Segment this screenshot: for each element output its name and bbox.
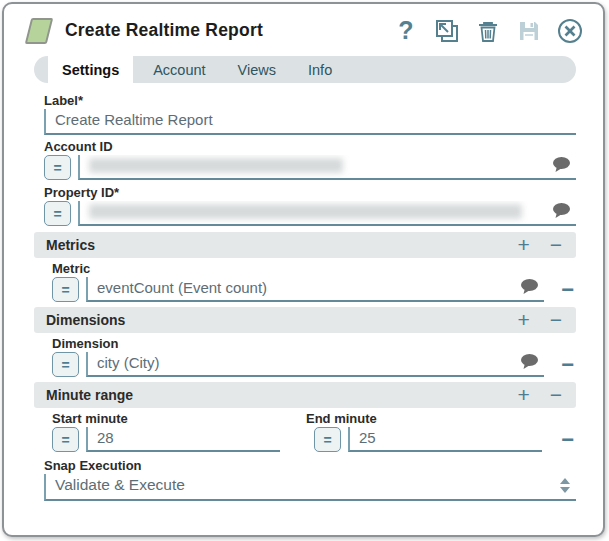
settings-form: Label* Create Realtime Report Account ID… xyxy=(4,83,603,501)
property-id-input[interactable] xyxy=(78,201,576,226)
section-title: Metrics xyxy=(46,237,95,253)
dialog-title: Create Realtime Report xyxy=(65,20,263,41)
tab-account[interactable]: Account xyxy=(141,56,217,83)
snap-type-icon xyxy=(25,18,53,44)
tab-settings[interactable]: Settings xyxy=(48,56,133,83)
select-spinner-icon xyxy=(560,478,570,493)
account-id-input[interactable] xyxy=(78,155,576,180)
snap-execution-select[interactable]: Validate & Execute xyxy=(44,474,576,501)
tab-info[interactable]: Info xyxy=(296,56,344,83)
start-minute-input[interactable]: 28 xyxy=(86,427,280,452)
help-icon[interactable]: ? xyxy=(393,18,419,44)
account-id-label: Account ID xyxy=(44,139,576,155)
expression-toggle[interactable]: = xyxy=(52,277,79,302)
minute-range-section-header: Minute range + − xyxy=(34,382,576,408)
add-row-icon[interactable]: + xyxy=(515,384,531,406)
add-row-icon[interactable]: + xyxy=(515,234,531,256)
dimension-label: Dimension xyxy=(52,336,576,352)
section-title: Dimensions xyxy=(46,312,125,328)
label-input[interactable]: Create Realtime Report xyxy=(44,109,576,135)
expression-toggle[interactable]: = xyxy=(44,201,71,226)
save-icon[interactable] xyxy=(516,18,542,44)
expression-toggle[interactable]: = xyxy=(44,155,71,180)
section-title: Minute range xyxy=(46,387,133,403)
remove-dimension-icon[interactable]: − xyxy=(561,355,574,375)
tab-views[interactable]: Views xyxy=(226,56,288,83)
open-canvas-icon[interactable] xyxy=(434,18,460,44)
comment-icon[interactable] xyxy=(520,353,539,370)
expression-toggle[interactable]: = xyxy=(52,352,79,377)
minute-range-row: Start minute = 28 End minute = 25 − xyxy=(34,411,576,452)
remove-row-icon[interactable]: − xyxy=(548,234,564,256)
property-id-label: Property ID* xyxy=(44,185,576,201)
dimension-input[interactable]: city (City) xyxy=(86,352,544,377)
expression-toggle[interactable]: = xyxy=(314,427,341,452)
comment-icon[interactable] xyxy=(520,278,539,295)
redacted-value xyxy=(89,204,522,219)
metric-label: Metric xyxy=(52,261,576,277)
snap-execution-value: Validate & Execute xyxy=(55,476,185,494)
remove-row-icon[interactable]: − xyxy=(548,384,564,406)
snap-settings-dialog: Create Realtime Report ? xyxy=(2,2,605,537)
expression-toggle[interactable]: = xyxy=(52,427,79,452)
add-row-icon[interactable]: + xyxy=(515,309,531,331)
header-actions: ? xyxy=(393,18,583,44)
start-minute-label: Start minute xyxy=(52,411,280,427)
label-field-label: Label* xyxy=(44,93,576,109)
remove-minute-range-icon[interactable]: − xyxy=(561,430,574,450)
remove-row-icon[interactable]: − xyxy=(548,309,564,331)
metrics-section-header: Metrics + − xyxy=(34,232,576,258)
remove-metric-icon[interactable]: − xyxy=(561,280,574,300)
end-minute-label: End minute xyxy=(306,411,542,427)
delete-icon[interactable] xyxy=(475,18,501,44)
metric-input[interactable]: eventCount (Event count) xyxy=(86,277,544,302)
tab-bar: Settings Account Views Info xyxy=(34,56,576,83)
comment-icon[interactable] xyxy=(552,202,571,219)
comment-icon[interactable] xyxy=(552,156,571,173)
tabbar-left-cap xyxy=(34,56,48,83)
close-icon[interactable] xyxy=(557,18,583,44)
redacted-value xyxy=(89,158,343,173)
snap-execution-label: Snap Execution xyxy=(44,458,576,474)
dialog-header: Create Realtime Report ? xyxy=(4,4,603,50)
dimensions-section-header: Dimensions + − xyxy=(34,307,576,333)
end-minute-input[interactable]: 25 xyxy=(348,427,542,452)
